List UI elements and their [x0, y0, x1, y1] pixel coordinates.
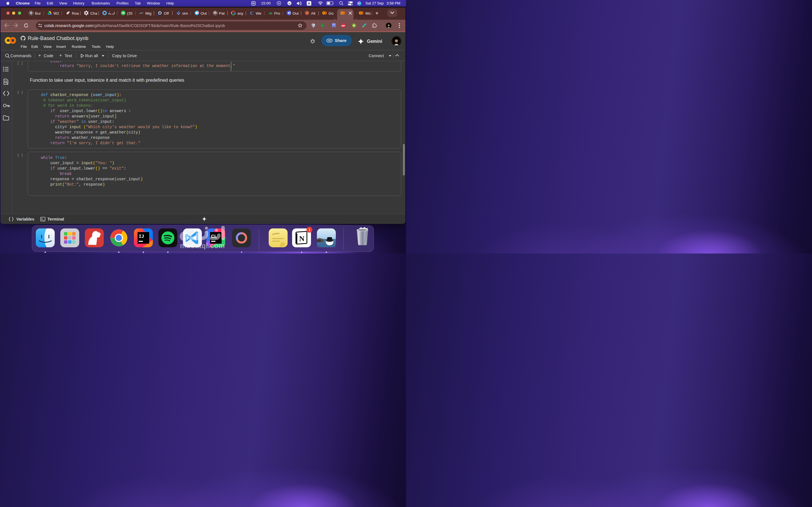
svg-text:IJ: IJ	[139, 234, 144, 239]
svg-text:A: A	[308, 2, 310, 5]
svg-text:ae: ae	[269, 11, 272, 15]
svg-text:N: N	[299, 235, 305, 243]
svg-text:C: C	[250, 10, 253, 15]
svg-text:ABP: ABP	[342, 25, 345, 27]
svg-text:35: 35	[121, 11, 124, 14]
svg-text:g: g	[214, 11, 216, 14]
